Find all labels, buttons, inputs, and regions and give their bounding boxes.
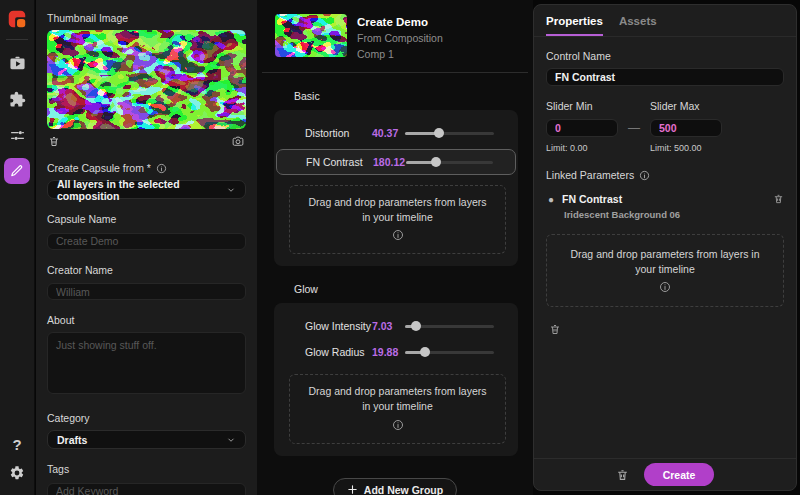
slider-min-limit: Limit: 0.00 [546,143,618,153]
slider-min-label: Slider Min [546,100,618,112]
icon-rail: ? [0,0,35,495]
slider-min-input[interactable] [546,119,618,137]
capsule-title: Create Demo [357,16,443,28]
slider-knob[interactable] [411,321,421,331]
creator-name-input[interactable] [47,283,246,300]
thumbnail-image-label: Thumbnail Image [47,12,246,24]
tab-properties[interactable]: Properties [546,15,603,36]
about-label: About [47,314,246,326]
param-row-fn-contrast[interactable]: FN Contrast 180.12 [276,149,516,175]
panel-footer: Create [534,458,796,490]
create-capsule-from-label: Create Capsule from * [47,162,246,174]
group-label-glow: Glow [294,283,533,295]
about-textarea[interactable] [47,332,246,394]
group-card-basic: Distortion 40.37 FN Contrast 180.12 Drag… [274,110,518,266]
info-icon[interactable] [156,163,167,174]
tags-label: Tags [47,463,246,475]
param-row-glow-intensity[interactable]: Glow Intensity 7.03 [284,314,508,338]
parameter-dropzone[interactable]: Drag and drop parameters from layers in … [289,185,506,254]
chevron-down-icon [226,185,236,195]
gear-icon[interactable] [9,465,25,481]
slider-knob[interactable] [434,128,444,138]
rail-divider [6,39,28,40]
param-label: Glow Radius [305,346,372,358]
creator-name-label: Creator Name [47,264,246,276]
param-row-glow-radius[interactable]: Glow Radius 19.88 [284,340,508,364]
parameter-dropzone[interactable]: Drag and drop parameters from layers in … [289,374,506,443]
add-new-group-button[interactable]: Add New Group [333,478,457,495]
dropzone-hint: Drag and drop parameters from layers in … [304,195,491,224]
param-value: 7.03 [372,320,405,332]
header-divider [262,72,528,73]
group-card-glow: Glow Intensity 7.03 Glow Radius 19.88 Dr… [274,303,518,455]
control-name-label: Control Name [546,50,784,62]
capsule-thumbnail [275,14,347,57]
param-label: Glow Intensity [305,320,372,332]
linked-parameter-item[interactable]: ● FN Contrast [546,193,784,205]
parameter-dropzone[interactable]: Drag and drop parameters from layers in … [546,234,784,307]
properties-panel: Properties Assets Control Name Slider Mi… [533,4,797,491]
trash-icon[interactable] [773,193,784,205]
param-value: 19.88 [372,346,405,358]
info-icon[interactable] [639,170,650,181]
info-icon[interactable] [659,281,671,293]
parameters-panel: Create Demo From Composition Comp 1 Basi… [257,0,533,495]
param-value: 40.37 [372,127,405,139]
app-logo-icon[interactable] [6,8,28,30]
info-icon[interactable] [392,419,404,431]
create-capsule-from-select[interactable]: All layers in the selected composition [47,180,246,199]
slider-max-label: Slider Max [650,100,722,112]
slider-max-limit: Limit: 500.00 [650,143,722,153]
param-slider[interactable] [405,351,494,354]
param-value: 180.12 [373,156,406,168]
param-row-distortion[interactable]: Distortion 40.37 [284,121,508,145]
category-select[interactable]: Drafts [47,430,246,449]
camera-icon[interactable] [231,135,245,148]
param-slider[interactable] [406,161,493,164]
linked-parameter-source: Iridescent Background 06 [564,209,784,220]
video-library-icon[interactable] [4,50,30,76]
capsule-name-label: Capsule Name [47,213,246,225]
create-button[interactable]: Create [644,463,714,486]
capsule-name-input[interactable] [47,233,246,250]
capsule-edit-icon[interactable] [4,158,30,184]
category-label: Category [47,412,246,424]
slider-max-input[interactable] [650,119,722,137]
help-icon[interactable]: ? [12,436,21,453]
tab-bar: Properties Assets [534,5,796,37]
thumbnail-image [47,30,246,129]
linked-parameter-name: FN Contrast [562,193,773,205]
slider-knob[interactable] [420,347,430,357]
tags-input[interactable] [47,483,246,495]
control-name-input[interactable] [546,68,784,86]
capsule-comp: Comp 1 [357,48,443,60]
chevron-down-icon [226,435,236,445]
tune-sliders-icon[interactable] [4,122,30,148]
param-label: Distortion [305,127,372,139]
tab-assets[interactable]: Assets [619,15,657,36]
puzzle-icon[interactable] [4,86,30,112]
param-slider[interactable] [405,325,494,328]
trash-icon[interactable] [549,323,561,336]
slider-knob[interactable] [431,157,441,167]
range-separator: — [628,121,640,135]
dropzone-hint: Drag and drop parameters from layers in … [567,247,763,276]
info-icon[interactable] [392,229,404,241]
group-label-basic: Basic [294,90,533,102]
trash-icon[interactable] [616,468,629,482]
trash-icon[interactable] [48,135,60,148]
capsule-form-panel: Thumbnail Image Create Capsule from * Al… [36,0,257,495]
plus-icon [347,484,358,495]
bullet-icon: ● [548,194,554,205]
linked-parameters-label: Linked Parameters [546,169,784,181]
capsule-subtitle: From Composition [357,32,443,44]
dropzone-hint: Drag and drop parameters from layers in … [304,384,491,413]
param-slider[interactable] [405,132,494,135]
param-label: FN Contrast [306,156,373,168]
